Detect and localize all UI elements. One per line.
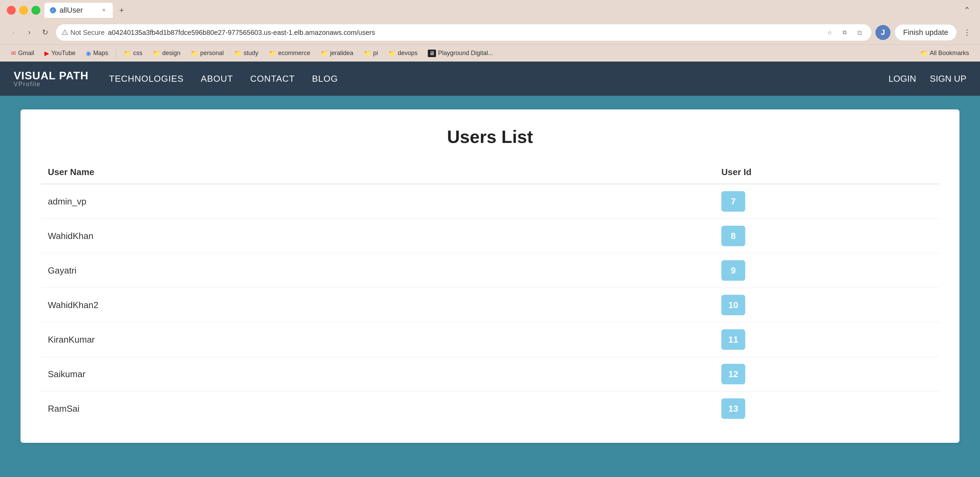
bookmark-design[interactable]: 📁 design [149,48,185,59]
nav-link-blog[interactable]: BLOG [312,73,338,84]
svg-text:a: a [52,9,53,12]
profile-button[interactable]: J [875,25,891,40]
bookmark-maps[interactable]: ◉ Maps [82,48,113,59]
table-row: admin_vp7 [41,184,939,219]
gmail-icon: ✉ [11,49,16,57]
minimize-window-button[interactable] [19,6,28,15]
nav-link-contact[interactable]: CONTACT [250,73,295,84]
site-nav-auth: LOGIN SIGN UP [888,73,966,84]
cell-username: Saikumar [41,357,714,391]
bookmark-study-label: study [243,49,258,57]
bookmark-star-button[interactable]: ☆ [824,26,836,38]
svg-text:!: ! [65,31,65,35]
cell-userid: 9 [714,254,939,288]
site-nav-links: TECHNOLOGIES ABOUT CONTACT BLOG [109,73,888,84]
signup-link[interactable]: SIGN UP [930,73,966,84]
nav-right-actions: J Finish update ⋮ [875,24,973,41]
folder-icon: 📁 [920,49,928,57]
maximize-window-button[interactable] [32,6,40,15]
folder-icon: 📁 [320,49,328,57]
tab-title: allUser [59,6,97,15]
bookmark-ecommerce[interactable]: 📁 ecommerce [264,48,314,59]
address-bar[interactable]: ! Not Secure a04240135a3fb4d1b87fdce596b… [56,24,871,41]
maps-icon: ◉ [86,49,91,57]
bookmark-personal[interactable]: 📁 personal [186,48,228,59]
bookmark-css[interactable]: 📁 css [119,48,146,59]
website: VISUAL PATH VProfile TECHNOLOGIES ABOUT … [0,62,980,456]
cell-userid: 8 [714,219,939,254]
bookmark-gmail[interactable]: ✉ Gmail [7,48,38,59]
new-tab-button[interactable]: + [116,4,128,16]
bookmark-personal-label: personal [200,49,224,57]
folder-icon: 📁 [234,49,242,57]
table-row: WahidKhan210 [41,288,939,322]
main-content: Users List User Name User Id admin_vp7Wa… [0,96,980,456]
all-bookmarks-label: All Bookmarks [930,49,969,57]
tab-close-button[interactable]: × [100,7,107,14]
folder-icon: 📁 [269,49,276,57]
table-header-row: User Name User Id [41,161,939,184]
navigation-bar: ‹ › ↻ ! Not Secure a04240135a3fb4d1b87fd… [0,21,980,45]
finish-update-button[interactable]: Finish update [894,24,957,41]
bookmark-maps-label: Maps [93,49,108,57]
bookmark-playground[interactable]: 🖥 Playground Digital... [424,48,497,59]
bookmark-pi[interactable]: 📁 pi [360,48,382,59]
back-button[interactable]: ‹ [7,26,21,39]
bookmark-youtube[interactable]: ▶ YouTube [40,48,80,59]
folder-icon: 📁 [388,49,396,57]
browser-menu-button[interactable]: ⋮ [961,26,973,38]
column-header-username: User Name [41,161,714,184]
window-expand-button[interactable]: ⌃ [961,4,973,16]
extensions-button[interactable]: ⧉ [838,26,851,38]
bookmark-jeralidea[interactable]: 📁 jeralidea [317,48,358,59]
nav-link-about[interactable]: ABOUT [201,73,233,84]
active-tab[interactable]: a allUser × [45,3,113,18]
cell-username: Gayatri [41,254,714,288]
login-link[interactable]: LOGIN [888,73,916,84]
bookmark-separator [116,49,116,57]
bookmark-study[interactable]: 📁 study [230,48,262,59]
traffic-lights [7,6,40,15]
close-window-button[interactable] [7,6,16,15]
all-bookmarks-button[interactable]: 📁 All Bookmarks [916,48,973,59]
bookmark-playground-label: Playground Digital... [438,49,493,57]
user-id-badge: 10 [721,295,745,315]
not-secure-label: Not Secure [70,29,105,37]
site-logo: VISUAL PATH VProfile [14,70,89,87]
bookmark-css-label: css [133,49,143,57]
users-table: User Name User Id admin_vp7WahidKhan8Gay… [41,161,939,426]
playground-icon: 🖥 [428,49,436,57]
cell-username: WahidKhan2 [41,288,714,322]
site-navigation: VISUAL PATH VProfile TECHNOLOGIES ABOUT … [0,62,980,96]
cell-userid: 13 [714,391,939,426]
user-id-badge: 11 [721,329,745,350]
table-row: KiranKumar11 [41,322,939,357]
cell-userid: 7 [714,184,939,219]
table-row: WahidKhan8 [41,219,939,254]
cell-username: KiranKumar [41,322,714,357]
user-id-badge: 8 [721,226,745,246]
table-row: Saikumar12 [41,357,939,391]
cell-username: admin_vp [41,184,714,219]
bookmark-devops[interactable]: 📁 devops [384,48,422,59]
folder-icon: 📁 [124,49,131,57]
table-row: RamSai13 [41,391,939,426]
url-display: a04240135a3fb4d1b87fdce596b80e27-9775656… [108,29,820,37]
bookmark-pi-label: pi [373,49,378,57]
bookmark-devops-label: devops [398,49,418,57]
youtube-icon: ▶ [45,49,49,57]
bookmark-youtube-label: YouTube [51,49,75,57]
address-bar-actions: ☆ ⧉ ⊡ [824,26,866,38]
cell-username: WahidKhan [41,219,714,254]
folder-icon: 📁 [364,49,371,57]
folder-icon: 📁 [191,49,198,57]
title-bar: a allUser × + ⌃ [0,0,980,21]
bookmark-ecommerce-label: ecommerce [278,49,310,57]
forward-button[interactable]: › [22,26,36,39]
split-view-button[interactable]: ⊡ [854,26,866,38]
user-id-badge: 9 [721,260,745,281]
bookmark-gmail-label: Gmail [18,49,34,57]
tab-favicon: a [50,7,56,13]
nav-link-technologies[interactable]: TECHNOLOGIES [109,73,184,84]
reload-button[interactable]: ↻ [38,26,52,39]
